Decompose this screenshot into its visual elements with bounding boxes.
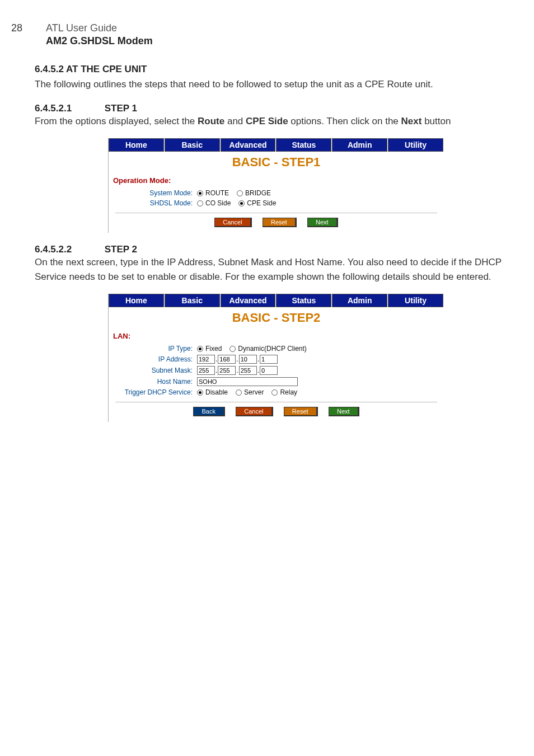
row-system-mode: System Mode: ROUTE BRIDGE (109, 188, 444, 198)
cancel-button[interactable]: Cancel (236, 407, 273, 416)
radio-dot-icon (197, 190, 203, 196)
radio-label: Relay (280, 388, 297, 396)
reset-button[interactable]: Reset (263, 218, 297, 227)
row-shdsl-mode: SHDSL Mode: CO Side CPE Side (109, 198, 444, 208)
radio-dhcp-disable[interactable]: Disable (197, 388, 228, 396)
tab-home[interactable]: Home (109, 138, 164, 152)
label-ip-type: IP Type: (113, 345, 197, 353)
row-host-name: Host Name: (109, 376, 444, 387)
radio-label: Fixed (205, 345, 222, 353)
label-shdsl-mode: SHDSL Mode: (113, 199, 197, 207)
row-subnet-mask: Subnet Mask: . . . (109, 365, 444, 376)
section-heading-6-4-5-2: 6.4.5.2 AT THE CPE UNIT (35, 64, 517, 75)
ip-octet-2[interactable] (218, 355, 236, 364)
nav-tabs: Home Basic Advanced Status Admin Utility (109, 138, 444, 152)
divider (115, 402, 437, 402)
radio-dhcp-relay[interactable]: Relay (271, 388, 297, 396)
page-number: 28 (11, 22, 22, 34)
next-button[interactable]: Next (307, 218, 338, 227)
step1-heading: 6.4.5.2.1 STEP 1 (35, 103, 517, 114)
radio-label: ROUTE (205, 189, 229, 197)
radio-label: Server (244, 388, 264, 396)
step2-label: STEP 2 (105, 244, 137, 255)
radio-label: BRIDGE (245, 189, 271, 197)
tab-advanced[interactable]: Advanced (221, 294, 276, 307)
radio-label: CO Side (205, 199, 231, 207)
radio-system-route[interactable]: ROUTE (197, 189, 229, 197)
radio-dot-icon (229, 346, 236, 352)
label-system-mode: System Mode: (113, 189, 197, 197)
step1-number: 6.4.5.2.1 (35, 103, 102, 114)
step1-text-frag: and (224, 116, 246, 126)
step1-text-frag: options. Then click on the (288, 116, 401, 126)
tab-utility[interactable]: Utility (388, 138, 443, 152)
step1-text-bold-cpe: CPE Side (246, 116, 288, 126)
tab-utility[interactable]: Utility (388, 294, 443, 307)
host-name-input[interactable] (197, 377, 298, 386)
label-subnet-mask: Subnet Mask: (113, 367, 197, 374)
step1-text-frag: button (421, 116, 451, 126)
page-title-step2: BASIC - STEP2 (109, 311, 444, 325)
row-ip-address: IP Address: . . . (109, 354, 444, 365)
step1-text-bold-route: Route (198, 116, 224, 126)
page-title-step1: BASIC - STEP1 (109, 155, 444, 170)
button-row-step1: Cancel Reset Next (109, 217, 444, 233)
step2-number: 6.4.5.2.2 (35, 244, 102, 255)
radio-shdsl-co[interactable]: CO Side (197, 199, 231, 207)
screenshot-basic-step1: Home Basic Advanced Status Admin Utility… (108, 138, 444, 233)
step1-text-frag: From the options displayed, select the (35, 116, 198, 126)
label-host-name: Host Name: (113, 378, 197, 386)
section-operation-mode: Operation Mode: (109, 175, 444, 188)
tab-advanced[interactable]: Advanced (221, 138, 276, 152)
radio-dot-icon (271, 389, 278, 396)
tab-status[interactable]: Status (276, 138, 331, 152)
tab-status[interactable]: Status (276, 294, 331, 307)
radio-dhcp-server[interactable]: Server (236, 388, 264, 396)
radio-dot-icon (238, 200, 245, 206)
step2-text: On the next screen, type in the IP Addre… (35, 255, 517, 284)
ip-octet-4[interactable] (260, 355, 278, 364)
tab-basic[interactable]: Basic (165, 294, 220, 307)
mask-octet-3[interactable] (239, 366, 257, 375)
radio-dot-icon (197, 200, 203, 206)
step2-heading: 6.4.5.2.2 STEP 2 (35, 244, 517, 255)
radio-dot-icon (237, 190, 243, 196)
mask-octet-2[interactable] (218, 366, 236, 375)
reset-button[interactable]: Reset (284, 407, 318, 416)
label-ip-address: IP Address: (113, 355, 197, 363)
label-dhcp-service: Trigger DHCP Service: (113, 388, 197, 396)
button-row-step2: Back Cancel Reset Next (109, 406, 444, 422)
screenshot-basic-step2: Home Basic Advanced Status Admin Utility… (108, 294, 444, 422)
tab-basic[interactable]: Basic (165, 138, 220, 152)
ip-octet-3[interactable] (239, 355, 257, 364)
step1-label: STEP 1 (105, 103, 137, 114)
radio-label: Disable (205, 388, 228, 396)
section-lan: LAN: (109, 331, 444, 344)
ip-octet-1[interactable] (197, 355, 215, 364)
row-ip-type: IP Type: Fixed Dynamic(DHCP Client) (109, 344, 444, 354)
divider (115, 213, 437, 213)
section-intro-text: The following outlines the steps that ne… (35, 77, 517, 92)
row-dhcp-service: Trigger DHCP Service: Disable Server Rel… (109, 387, 444, 397)
mask-octet-1[interactable] (197, 366, 215, 375)
guide-title: ATL User Guide (46, 22, 517, 34)
mask-octet-4[interactable] (260, 366, 278, 375)
radio-dot-icon (197, 346, 203, 352)
nav-tabs: Home Basic Advanced Status Admin Utility (109, 294, 444, 307)
radio-label: CPE Side (247, 199, 276, 207)
radio-system-bridge[interactable]: BRIDGE (237, 189, 271, 197)
radio-iptype-dynamic[interactable]: Dynamic(DHCP Client) (229, 345, 306, 353)
tab-admin[interactable]: Admin (332, 294, 387, 307)
radio-dot-icon (236, 389, 242, 396)
next-button[interactable]: Next (329, 407, 359, 416)
radio-iptype-fixed[interactable]: Fixed (197, 345, 222, 353)
step1-text: From the options displayed, select the R… (35, 114, 517, 129)
guide-subtitle: AM2 G.SHDSL Modem (46, 35, 517, 47)
back-button[interactable]: Back (193, 407, 224, 416)
radio-shdsl-cpe[interactable]: CPE Side (238, 199, 276, 207)
cancel-button[interactable]: Cancel (214, 218, 251, 227)
tab-home[interactable]: Home (109, 294, 164, 307)
radio-dot-icon (197, 389, 203, 396)
radio-label: Dynamic(DHCP Client) (238, 345, 306, 353)
tab-admin[interactable]: Admin (332, 138, 387, 152)
